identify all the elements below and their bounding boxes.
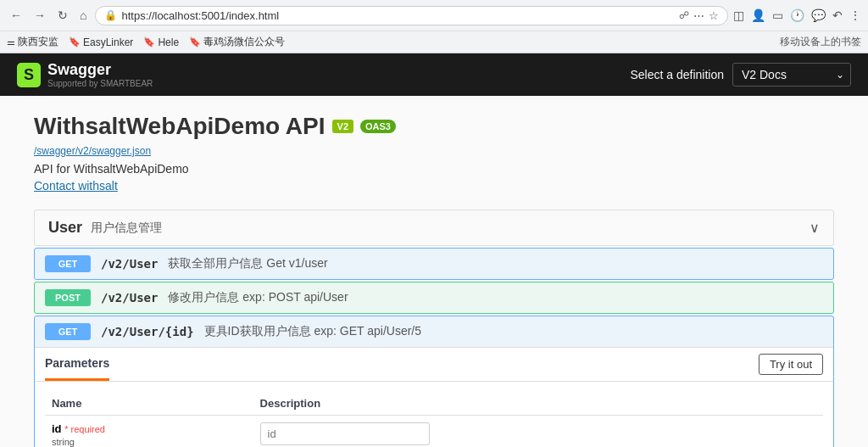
params-table: Name Description id * required string — [35, 382, 833, 447]
user-section: User 用户信息管理 ∨ GET /v2/User 获取全部用户信息 Get … — [34, 210, 834, 447]
history-icon[interactable]: 🕐 — [790, 8, 804, 22]
swagger-smartbear: Supported by SMARTBEAR — [47, 79, 153, 88]
more-icon[interactable]: ⋮ — [849, 8, 861, 22]
bookmark-shanxi[interactable]: ⚌ 陕西安监 — [7, 35, 58, 49]
bookmark-label-easylinker: EasyLinker — [83, 36, 133, 48]
profile-icon[interactable]: 👤 — [751, 8, 765, 22]
extension-icon: ☍ — [679, 9, 689, 21]
endpoint-path-get-users: /v2/User — [101, 257, 158, 271]
bookmark-icon-easylinker: 🔖 — [69, 36, 81, 47]
endpoint-header-post-user[interactable]: POST /v2/User 修改用户信息 exp: POST api/User — [35, 282, 833, 313]
lock-icon: 🔒 — [104, 9, 117, 21]
bookmark-label-hele: Hele — [158, 36, 179, 48]
swagger-logo-box: S — [17, 63, 41, 87]
bookmark-easylinker[interactable]: 🔖 EasyLinker — [69, 36, 133, 48]
extensions-icon[interactable]: ◫ — [733, 8, 744, 22]
menu-btn[interactable]: ⋯ — [693, 9, 704, 22]
swagger-definition-label: Select a definition — [630, 68, 724, 81]
back2-icon[interactable]: ↶ — [832, 8, 843, 22]
api-title: WithsaltWebApiDemo API — [34, 113, 326, 140]
bookmark-icon-shanxi: ⚌ — [7, 36, 15, 47]
section-header-user[interactable]: User 用户信息管理 ∨ — [34, 210, 834, 246]
table-row: id * required string (path) — [45, 416, 823, 448]
swagger-definition-select: Select a definition V2 Docs ⌄ — [630, 63, 851, 87]
param-required-id: * required — [64, 424, 105, 434]
endpoint-summary-get-user-id: 更具ID获取用户信息 exp: GET api/User/5 — [204, 324, 421, 339]
method-badge-post: POST — [45, 289, 91, 306]
cast-icon[interactable]: ▭ — [772, 8, 783, 22]
api-contact[interactable]: Contact withsalt — [34, 179, 834, 193]
param-type-id: string — [52, 437, 247, 447]
endpoint-tabs: Parameters Try it out — [35, 348, 833, 382]
params-col-description: Description — [253, 392, 823, 416]
forward-button[interactable]: → — [31, 7, 49, 24]
bookmark-icon-wechat: 🔖 — [189, 36, 201, 47]
swagger-logo-text: Swagger — [47, 61, 111, 78]
definition-select-wrapper[interactable]: V2 Docs ⌄ — [732, 63, 851, 87]
method-badge-get: GET — [45, 255, 91, 272]
endpoint-summary-post-user: 修改用户信息 exp: POST api/User — [168, 290, 348, 305]
home-button[interactable]: ⌂ — [76, 7, 90, 24]
try-it-button[interactable]: Try it out — [759, 354, 823, 375]
bookmark-label-wechat: 毒鸡汤微信公众号 — [203, 35, 285, 49]
bookmark-icon-hele: 🔖 — [143, 36, 155, 47]
endpoint-post-user: POST /v2/User 修改用户信息 exp: POST api/User — [34, 282, 834, 314]
definition-select[interactable]: V2 Docs — [732, 63, 851, 87]
refresh-button[interactable]: ↻ — [54, 7, 71, 24]
endpoint-path-post-user: /v2/User — [101, 291, 158, 305]
address-bar[interactable]: 🔒 https://localhost:5001/index.html ☍ ⋯ … — [95, 6, 728, 25]
param-input-id[interactable] — [260, 422, 430, 445]
section-subtitle: 用户信息管理 — [91, 221, 162, 236]
swagger-logo: S Swagger Supported by SMARTBEAR — [17, 61, 153, 88]
back-button[interactable]: ← — [7, 7, 25, 24]
bookmark-bar: ⚌ 陕西安监 🔖 EasyLinker 🔖 Hele 🔖 毒鸡汤微信公众号 移动… — [0, 31, 868, 53]
param-name-id: id — [52, 422, 62, 435]
endpoint-expanded-get-user-id: Parameters Try it out Name Description — [35, 347, 833, 447]
bookmark-wechat[interactable]: 🔖 毒鸡汤微信公众号 — [189, 35, 285, 49]
endpoint-get-users: GET /v2/User 获取全部用户信息 Get v1/user — [34, 248, 834, 280]
section-title-text: User — [48, 219, 82, 237]
mobile-bookmarks-label: 移动设备上的书签 — [780, 36, 861, 47]
star-btn[interactable]: ☆ — [709, 9, 719, 22]
params-col-name: Name — [45, 392, 253, 416]
endpoint-path-get-user-id: /v2/User/{id} — [101, 325, 194, 338]
endpoint-get-user-id: GET /v2/User/{id} 更具ID获取用户信息 exp: GET ap… — [34, 316, 834, 447]
swagger-header: S Swagger Supported by SMARTBEAR Select … — [0, 53, 868, 96]
section-title-user: User 用户信息管理 — [48, 219, 162, 237]
api-json-link[interactable]: /swagger/v2/swagger.json — [34, 145, 834, 157]
toolbar-right: ◫ 👤 ▭ 🕐 💬 ↶ ⋮ — [733, 8, 861, 22]
chat-icon[interactable]: 💬 — [811, 8, 826, 22]
endpoint-summary-get-users: 获取全部用户信息 Get v1/user — [168, 256, 327, 271]
bookmark-mobile: 移动设备上的书签 — [780, 35, 861, 49]
main-content: WithsaltWebApiDemo API V2 OAS3 /swagger/… — [0, 96, 868, 447]
bookmark-hele[interactable]: 🔖 Hele — [143, 36, 179, 48]
tab-parameters[interactable]: Parameters — [45, 348, 109, 381]
endpoints-list: GET /v2/User 获取全部用户信息 Get v1/user POST /… — [34, 248, 834, 447]
bookmark-label-shanxi: 陕西安监 — [18, 35, 58, 49]
badge-oas3: OAS3 — [360, 120, 396, 133]
endpoint-header-get-users[interactable]: GET /v2/User 获取全部用户信息 Get v1/user — [35, 249, 833, 279]
chevron-up-icon: ∨ — [810, 220, 820, 236]
address-text: https://localhost:5001/index.html — [121, 9, 675, 22]
method-badge-get-id: GET — [45, 323, 91, 340]
badge-v2: V2 — [332, 120, 353, 133]
endpoint-header-get-user-id[interactable]: GET /v2/User/{id} 更具ID获取用户信息 exp: GET ap… — [35, 316, 833, 347]
api-title-row: WithsaltWebApiDemo API V2 OAS3 — [34, 113, 834, 140]
api-description: API for WithsaltWebApiDemo — [34, 162, 834, 176]
